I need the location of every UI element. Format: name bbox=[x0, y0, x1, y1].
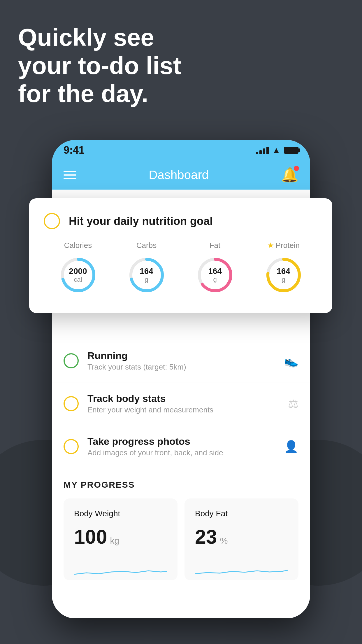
hamburger-line-1 bbox=[64, 171, 76, 172]
todo-item-running[interactable]: Running Track your stats (target: 5km) 👟 bbox=[52, 340, 310, 382]
macro-calories-unit: cal bbox=[74, 276, 82, 283]
body-fat-title: Body Fat bbox=[195, 509, 288, 518]
todo-text-photos: Take progress photos Add images of your … bbox=[87, 436, 284, 457]
body-weight-chart bbox=[74, 557, 167, 580]
macro-carbs: Carbs 164 g bbox=[126, 241, 167, 295]
progress-cards: Body Weight 100 kg Body Fat bbox=[64, 498, 298, 580]
scale-icon: ⚖ bbox=[288, 397, 298, 410]
menu-button[interactable] bbox=[64, 171, 76, 179]
hamburger-line-2 bbox=[64, 174, 76, 176]
body-weight-number: 100 bbox=[74, 525, 107, 548]
body-fat-number: 23 bbox=[195, 525, 217, 548]
todo-item-body-stats[interactable]: Track body stats Enter your weight and m… bbox=[52, 382, 310, 425]
status-time: 9:41 bbox=[64, 144, 85, 156]
todo-circle-running bbox=[64, 353, 79, 368]
todo-text-body-stats: Track body stats Enter your weight and m… bbox=[87, 393, 288, 414]
signal-icon bbox=[256, 146, 269, 154]
status-bar: 9:41 ▲ bbox=[52, 140, 310, 160]
body-weight-title: Body Weight bbox=[74, 509, 167, 518]
macro-protein-label: Protein bbox=[276, 241, 300, 250]
notification-button[interactable]: 🔔 bbox=[281, 167, 298, 183]
macro-protein-unit: g bbox=[282, 276, 285, 283]
body-weight-card[interactable]: Body Weight 100 kg bbox=[64, 498, 178, 580]
headline: Quickly see your to-do list for the day. bbox=[18, 23, 181, 108]
todo-title-running: Running bbox=[87, 350, 284, 361]
nutrition-check-circle bbox=[44, 213, 60, 229]
macro-carbs-unit: g bbox=[145, 276, 148, 283]
todo-item-photos[interactable]: Take progress photos Add images of your … bbox=[52, 425, 310, 468]
macro-fat-unit: g bbox=[213, 276, 217, 283]
macro-calories-circle: 2000 cal bbox=[58, 255, 99, 295]
body-weight-unit: kg bbox=[110, 536, 119, 546]
hamburger-line-3 bbox=[64, 178, 76, 179]
macro-fat: Fat 164 g bbox=[195, 241, 236, 295]
macro-fat-value: 164 bbox=[208, 267, 222, 276]
body-fat-unit: % bbox=[220, 536, 228, 546]
progress-header: MY PROGRESS bbox=[64, 480, 298, 490]
todo-list: Running Track your stats (target: 5km) 👟… bbox=[52, 340, 310, 592]
macro-fat-circle: 164 g bbox=[195, 255, 236, 295]
notification-badge bbox=[294, 166, 299, 171]
macro-carbs-text: 164 g bbox=[140, 267, 153, 284]
macro-carbs-label: Carbs bbox=[136, 241, 157, 250]
todo-circle-photos bbox=[64, 439, 79, 454]
macro-calories: Calories 2000 cal bbox=[58, 241, 99, 295]
macro-protein: ★ Protein 164 g bbox=[263, 241, 304, 295]
macros-row: Calories 2000 cal Carbs bbox=[44, 241, 318, 295]
macro-protein-circle: 164 g bbox=[263, 255, 304, 295]
headline-line2: your to-do list bbox=[18, 52, 181, 79]
nutrition-card: Hit your daily nutrition goal Calories 2… bbox=[29, 198, 332, 313]
macro-protein-value: 164 bbox=[277, 267, 290, 276]
macro-fat-label: Fat bbox=[210, 241, 221, 250]
body-fat-chart bbox=[195, 557, 288, 580]
progress-section: MY PROGRESS Body Weight 100 kg bbox=[52, 468, 310, 592]
nutrition-card-title: Hit your daily nutrition goal bbox=[69, 215, 213, 228]
card-title-row: Hit your daily nutrition goal bbox=[44, 213, 318, 229]
macro-protein-text: 164 g bbox=[277, 267, 290, 284]
page-title: Dashboard bbox=[149, 168, 208, 182]
person-icon: 👤 bbox=[284, 440, 298, 454]
macro-protein-label-row: ★ Protein bbox=[267, 241, 300, 250]
macro-calories-text: 2000 cal bbox=[69, 267, 87, 284]
macro-calories-label: Calories bbox=[64, 241, 92, 250]
todo-subtitle-photos: Add images of your front, back, and side bbox=[87, 448, 284, 457]
wifi-icon: ▲ bbox=[272, 146, 280, 155]
body-fat-value-row: 23 % bbox=[195, 525, 288, 548]
body-fat-card[interactable]: Body Fat 23 % bbox=[184, 498, 298, 580]
battery-icon bbox=[284, 147, 298, 154]
todo-text-running: Running Track your stats (target: 5km) bbox=[87, 350, 284, 372]
todo-title-body-stats: Track body stats bbox=[87, 393, 288, 404]
todo-subtitle-body-stats: Enter your weight and measurements bbox=[87, 405, 288, 414]
todo-title-photos: Take progress photos bbox=[87, 436, 284, 447]
status-icons: ▲ bbox=[256, 146, 298, 155]
body-weight-value-row: 100 kg bbox=[74, 525, 167, 548]
headline-line1: Quickly see bbox=[18, 24, 154, 51]
macro-carbs-circle: 164 g bbox=[126, 255, 167, 295]
macro-calories-value: 2000 bbox=[69, 267, 87, 276]
shoe-icon: 👟 bbox=[284, 354, 298, 368]
macro-fat-text: 164 g bbox=[208, 267, 222, 284]
star-icon: ★ bbox=[267, 241, 274, 250]
macro-carbs-value: 164 bbox=[140, 267, 153, 276]
todo-circle-body-stats bbox=[64, 396, 79, 411]
app-header: Dashboard 🔔 bbox=[52, 160, 310, 190]
todo-subtitle-running: Track your stats (target: 5km) bbox=[87, 363, 284, 372]
headline-line3: for the day. bbox=[18, 80, 148, 107]
